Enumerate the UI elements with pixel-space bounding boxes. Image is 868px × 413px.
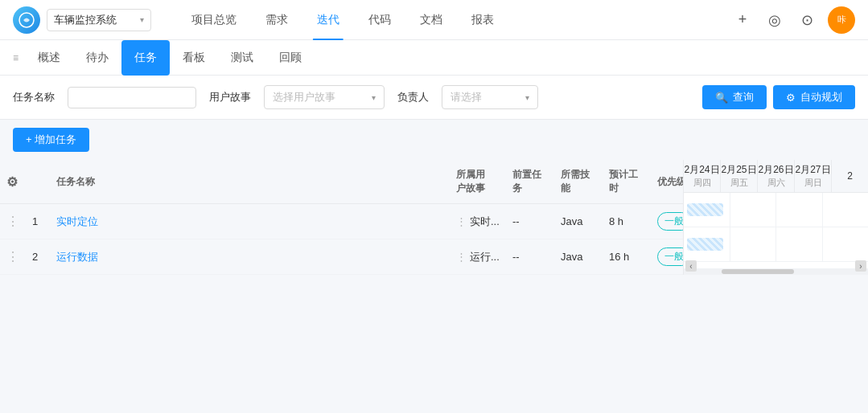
gantt-scroll-thumb[interactable]	[722, 269, 794, 274]
sub-nav-test[interactable]: 测试	[218, 40, 266, 76]
row-num: 1	[26, 204, 50, 239]
alert-icon[interactable]: ⊙	[796, 9, 818, 31]
chevron-down-icon: ▾	[140, 15, 144, 24]
story-cell: ⋮实时...	[450, 204, 506, 239]
content-area: ⚙ 任务名称 所属用户故事 前置任务 所需技能 预计工时 优先级 复杂度 负责人…	[0, 160, 868, 275]
avatar[interactable]: 咔	[828, 6, 855, 34]
dots-icon[interactable]: ⋮	[456, 251, 467, 263]
assignee-placeholder: 请选择	[450, 90, 522, 104]
dots-icon[interactable]: ⋮	[456, 215, 467, 227]
gantt-row-2	[684, 227, 868, 262]
sub-nav-todo[interactable]: 待办	[73, 40, 121, 76]
gantt-day-date: 2月24日	[684, 163, 719, 177]
filter-bar: 任务名称 用户故事 选择用户故事 ▾ 负责人 请选择 ▾ 🔍 查询 ⚙ 自动规划	[0, 76, 868, 120]
assignee-arrow-icon: ▾	[525, 93, 529, 102]
user-story-arrow-icon: ▾	[372, 93, 376, 102]
gantt-area: 2月24日周四2月25日周五2月26日周六2月27日周日2 ‹	[683, 160, 868, 275]
gantt-day-4: 2月27日周日	[795, 160, 832, 192]
nav-item-requirements[interactable]: 需求	[251, 0, 302, 40]
gantt-day-5: 2	[832, 160, 868, 192]
gantt-cell	[730, 227, 777, 261]
project-name: 车辆监控系统	[54, 13, 117, 27]
gantt-bar-1[interactable]	[687, 203, 723, 216]
row-num: 2	[26, 239, 50, 275]
task-name-label: 任务名称	[13, 90, 55, 104]
gantt-day-weekday: 周六	[767, 177, 785, 189]
estimate-cell: 8 h	[603, 204, 651, 239]
settings-cell: ⋮	[0, 204, 26, 239]
task-name-cell: 实时定位	[50, 204, 450, 239]
filter-actions: 🔍 查询 ⚙ 自动规划	[702, 85, 855, 109]
gantt-cell	[776, 227, 823, 261]
gantt-day-2: 2月25日周五	[721, 160, 758, 192]
prereq-cell: --	[506, 239, 554, 275]
gantt-cell	[684, 193, 730, 227]
prereq-col-header: 前置任务	[506, 160, 554, 204]
gantt-scrollbar[interactable]: ‹ ›	[684, 268, 868, 275]
sub-nav-review[interactable]: 回顾	[266, 40, 315, 76]
task-name-input[interactable]	[68, 87, 196, 108]
settings-icon: ⚙	[786, 92, 796, 104]
user-story-placeholder: 选择用户故事	[273, 90, 368, 104]
gantt-scroll-right-icon[interactable]: ›	[855, 260, 866, 272]
project-selector[interactable]: 车辆监控系统 ▾	[47, 9, 151, 31]
nav-item-reports[interactable]: 报表	[457, 0, 508, 40]
user-story-label: 用户故事	[209, 90, 251, 104]
assignee-select[interactable]: 请选择 ▾	[442, 85, 538, 109]
sub-nav-task[interactable]: 任务	[121, 40, 170, 76]
row-menu-icon[interactable]: ⋮	[6, 250, 19, 264]
sub-nav-overview[interactable]: 概述	[25, 40, 73, 76]
nav-item-docs[interactable]: 文档	[405, 0, 457, 40]
main-nav: 项目总览 需求 迭代 代码 文档 报表	[177, 0, 725, 40]
gantt-day-date: 2月26日	[758, 163, 793, 177]
query-label: 查询	[733, 90, 754, 104]
estimate-col-header: 预计工时	[603, 160, 651, 204]
gantt-day-1: 2月24日周四	[684, 160, 721, 192]
avatar-text: 咔	[837, 14, 846, 26]
header: 车辆监控系统 ▾ 项目总览 需求 迭代 代码 文档 报表 + ◎ ⊙ 咔	[0, 0, 868, 40]
name-col-header: 任务名称	[50, 160, 450, 204]
gantt-cell	[730, 193, 777, 227]
gantt-cell	[823, 227, 869, 261]
add-task-button[interactable]: + 增加任务	[13, 128, 89, 152]
sub-nav-arrow-icon[interactable]: ≡	[13, 52, 19, 63]
task-name-link[interactable]: 实时定位	[56, 215, 98, 227]
gantt-day-weekday: 周日	[804, 177, 822, 189]
auto-label: 自动规划	[800, 90, 842, 104]
query-button[interactable]: 🔍 查询	[702, 85, 767, 109]
skill-col-header: 所需技能	[554, 160, 603, 204]
gantt-day-weekday: 周五	[730, 177, 748, 189]
gantt-header: 2月24日周四2月25日周五2月26日周六2月27日周日2	[684, 160, 868, 193]
gantt-day-date: 2	[847, 170, 853, 182]
gantt-cell	[684, 227, 730, 261]
logo	[13, 6, 40, 34]
skill-cell: Java	[554, 204, 603, 239]
nav-item-overview[interactable]: 项目总览	[177, 0, 251, 40]
sub-nav-kanban[interactable]: 看板	[170, 40, 218, 76]
header-right: + ◎ ⊙ 咔	[731, 6, 855, 34]
gantt-scroll-left-icon[interactable]: ‹	[685, 260, 697, 272]
gantt-day-3: 2月26日周六	[758, 160, 795, 192]
gantt-body	[684, 193, 868, 262]
gantt-day-weekday: 周四	[693, 177, 711, 189]
story-col-header: 所属用户故事	[450, 160, 506, 204]
prereq-cell: --	[506, 204, 554, 239]
target-icon[interactable]: ◎	[763, 9, 786, 31]
gantt-day-date: 2月27日	[795, 163, 830, 177]
task-name-link[interactable]: 运行数据	[56, 251, 98, 263]
table-settings-icon[interactable]: ⚙	[6, 175, 18, 189]
add-task-label: + 增加任务	[26, 133, 76, 147]
estimate-cell: 16 h	[603, 239, 651, 275]
sub-nav: ≡ 概述 待办 任务 看板 测试 回顾	[0, 40, 868, 76]
settings-col-header: ⚙	[0, 160, 26, 204]
auto-plan-button[interactable]: ⚙ 自动规划	[773, 85, 855, 109]
nav-item-code[interactable]: 代码	[354, 0, 405, 40]
user-story-select[interactable]: 选择用户故事 ▾	[264, 85, 385, 109]
skill-cell: Java	[554, 239, 603, 275]
task-name-cell: 运行数据	[50, 239, 450, 275]
gantt-bar-2[interactable]	[687, 238, 723, 251]
add-icon[interactable]: +	[731, 9, 754, 31]
nav-item-iteration[interactable]: 迭代	[302, 0, 354, 40]
row-menu-icon[interactable]: ⋮	[6, 215, 19, 228]
assignee-label: 负责人	[397, 90, 429, 104]
